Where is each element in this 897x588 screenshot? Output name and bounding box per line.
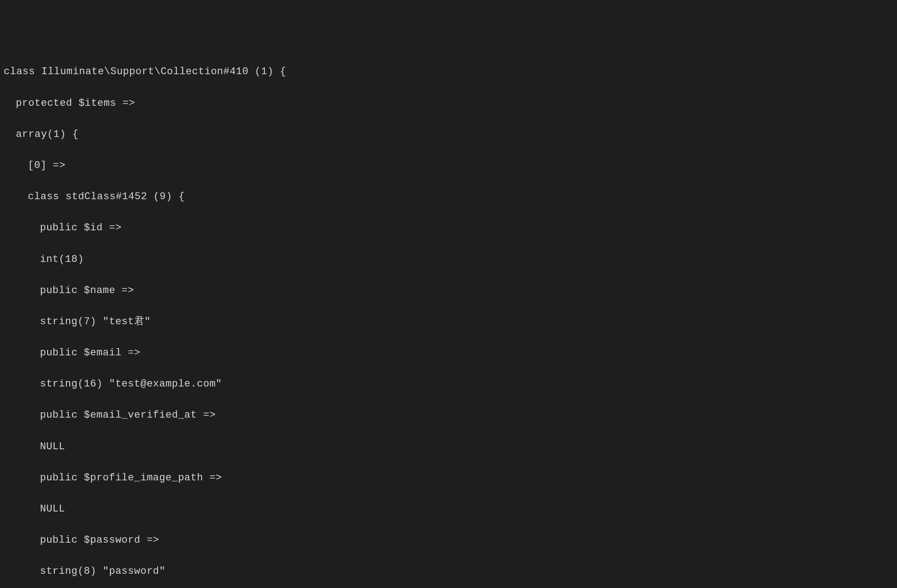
dump-line: protected $items => xyxy=(4,96,893,111)
dump-line: public $name => xyxy=(4,283,893,299)
dump-line: [0] => xyxy=(4,158,893,174)
dump-line: array(1) { xyxy=(4,127,893,142)
dump-line: string(8) "password" xyxy=(4,564,893,579)
dump-line: string(7) "test君" xyxy=(4,314,893,330)
dump-line: class stdClass#1452 (9) { xyxy=(4,189,893,205)
dump-line: public $profile_image_path => xyxy=(4,470,893,486)
dump-line: public $email_verified_at => xyxy=(4,408,893,423)
dump-line: public $id => xyxy=(4,220,893,236)
dump-line: NULL xyxy=(4,439,893,455)
dump-line: public $email => xyxy=(4,345,893,361)
dump-line: public $password => xyxy=(4,533,893,548)
dump-line: string(16) "test@example.com" xyxy=(4,376,893,392)
dump-line: int(18) xyxy=(4,252,893,267)
dump-line: class Illuminate\Support\Collection#410 … xyxy=(4,64,893,80)
dump-line: NULL xyxy=(4,501,893,517)
